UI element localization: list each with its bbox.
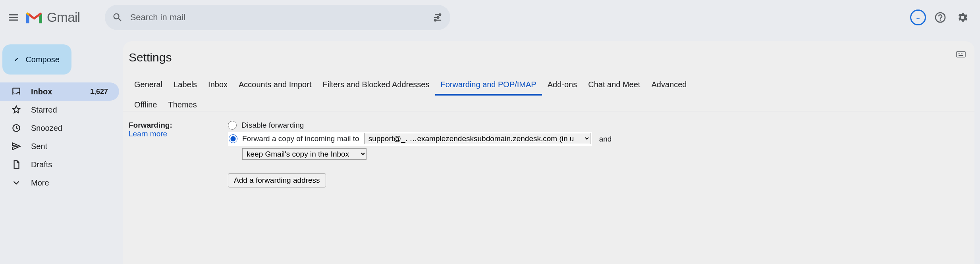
- settings-button[interactable]: [953, 8, 972, 27]
- svg-rect-7: [959, 53, 960, 54]
- send-icon: [11, 141, 21, 151]
- hamburger-icon: [7, 11, 20, 24]
- sidebar-item-starred[interactable]: Starred: [0, 101, 119, 119]
- search-icon: [112, 12, 123, 23]
- gmail-m-icon: [25, 10, 44, 25]
- tab-offline[interactable]: Offline: [129, 96, 162, 111]
- sidebar-item-inbox[interactable]: Inbox 1,627: [0, 82, 119, 101]
- star-icon: [11, 105, 21, 115]
- forwarding-heading: Forwarding:: [129, 121, 172, 129]
- tab-themes[interactable]: Themes: [162, 96, 202, 111]
- status-ring-icon: [910, 10, 926, 25]
- svg-rect-9: [963, 53, 963, 54]
- svg-rect-6: [958, 53, 959, 54]
- page-title: Settings: [123, 49, 974, 75]
- search-options-icon[interactable]: [432, 12, 443, 23]
- svg-rect-5: [957, 52, 965, 57]
- tab-general[interactable]: General: [129, 75, 168, 96]
- sidebar-item-label: Starred: [31, 105, 57, 115]
- tab-accounts-import[interactable]: Accounts and Import: [233, 75, 317, 96]
- sidebar-item-more[interactable]: More: [0, 174, 119, 192]
- inbox-count: 1,627: [90, 88, 108, 96]
- disable-forwarding-label: Disable forwarding: [241, 121, 304, 130]
- svg-rect-10: [959, 55, 963, 56]
- disable-forwarding-radio[interactable]: [228, 121, 237, 130]
- pencil-icon: [14, 54, 18, 65]
- search-input[interactable]: [130, 12, 432, 23]
- sidebar-item-sent[interactable]: Sent: [0, 137, 119, 155]
- keyboard-icon[interactable]: [956, 51, 966, 58]
- file-icon: [11, 159, 21, 170]
- status-button[interactable]: [909, 8, 928, 27]
- sidebar: Compose Inbox 1,627 Starred Snoozed Sent…: [0, 44, 119, 192]
- keep-copy-select[interactable]: keep Gmail's copy in the Inbox: [242, 148, 367, 160]
- sidebar-item-snoozed[interactable]: Snoozed: [0, 119, 119, 137]
- brand-text: Gmail: [47, 10, 80, 25]
- svg-rect-8: [961, 53, 962, 54]
- inbox-icon: [11, 86, 21, 97]
- sidebar-item-label: Drafts: [31, 160, 52, 169]
- tab-labels[interactable]: Labels: [168, 75, 203, 96]
- sidebar-item-drafts[interactable]: Drafts: [0, 155, 119, 174]
- settings-panel: Settings General Labels Inbox Accounts a…: [123, 41, 974, 264]
- chevron-down-icon: [11, 178, 21, 188]
- tab-advanced[interactable]: Advanced: [646, 75, 692, 96]
- svg-point-3: [936, 13, 945, 22]
- compose-button[interactable]: Compose: [2, 44, 71, 75]
- forwarding-address-select[interactable]: support@_. …examplezendesksubdomain.zend…: [364, 133, 590, 144]
- forward-copy-radio[interactable]: [229, 134, 237, 143]
- tab-inbox[interactable]: Inbox: [203, 75, 233, 96]
- tab-addons[interactable]: Add-ons: [542, 75, 583, 96]
- forwarding-section-label: Forwarding: Learn more: [129, 121, 228, 187]
- gear-icon: [956, 11, 969, 24]
- tab-forwarding-pop-imap[interactable]: Forwarding and POP/IMAP: [435, 75, 542, 96]
- settings-tabs: General Labels Inbox Accounts and Import…: [123, 75, 974, 111]
- tab-filters[interactable]: Filters and Blocked Addresses: [317, 75, 435, 96]
- disable-forwarding-row: Disable forwarding: [228, 121, 969, 130]
- clock-icon: [11, 123, 21, 133]
- compose-label: Compose: [25, 55, 60, 64]
- add-forwarding-address-button[interactable]: Add a forwarding address: [228, 173, 326, 187]
- sidebar-item-label: Snoozed: [31, 124, 62, 133]
- tab-chat-meet[interactable]: Chat and Meet: [583, 75, 646, 96]
- and-word: and: [599, 135, 612, 143]
- forward-copy-label: Forward a copy of incoming mail to: [242, 134, 359, 143]
- support-button[interactable]: [931, 8, 950, 27]
- gmail-logo[interactable]: Gmail: [25, 10, 80, 25]
- sidebar-item-label: Sent: [31, 142, 47, 151]
- main-menu-button[interactable]: [4, 8, 23, 27]
- learn-more-link[interactable]: Learn more: [129, 130, 167, 138]
- search-bar[interactable]: [105, 5, 450, 30]
- sidebar-item-label: Inbox: [31, 87, 52, 96]
- sidebar-item-label: More: [31, 178, 49, 187]
- forward-copy-row: Forward a copy of incoming mail to suppo…: [228, 132, 969, 146]
- help-icon: [934, 11, 947, 24]
